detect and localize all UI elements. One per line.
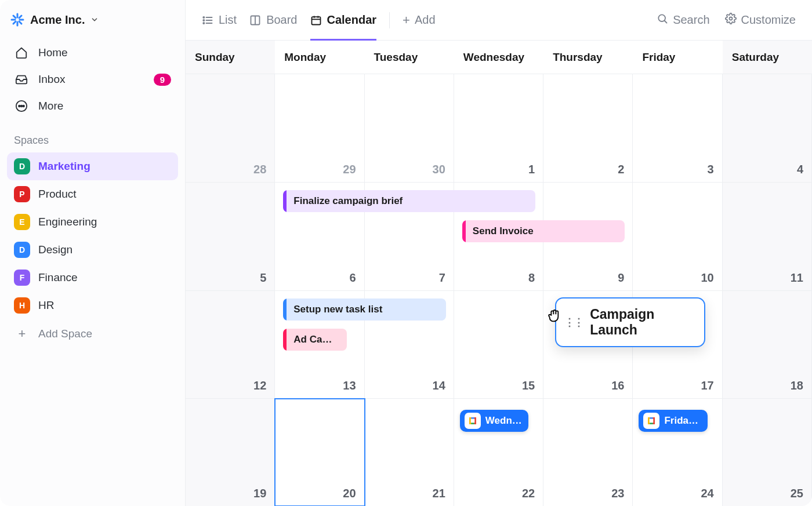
view-tab-list[interactable]: List	[202, 0, 237, 40]
calendar-row: 2829301234	[186, 74, 812, 182]
day-header: Monday	[275, 41, 364, 74]
event-label: Frida…	[664, 415, 698, 427]
calendar-cell[interactable]: 1	[454, 74, 543, 182]
day-header: Thursday	[543, 41, 633, 74]
day-number: 25	[791, 487, 803, 500]
day-number: 11	[791, 271, 803, 285]
customize-label: Customize	[741, 13, 796, 27]
day-number: 30	[433, 163, 445, 176]
view-tab-board[interactable]: Board	[249, 0, 297, 40]
calendar-row: 12131415161718	[186, 290, 812, 398]
space-label: Design	[38, 243, 72, 256]
day-number: 15	[522, 379, 535, 392]
customize-button[interactable]: Customize	[725, 13, 796, 27]
day-number: 17	[701, 379, 713, 392]
svg-point-9	[19, 105, 20, 107]
calendar-cell[interactable]: 2	[543, 74, 633, 182]
svg-point-12	[203, 16, 204, 17]
drag-grip-icon: ⋮⋮	[564, 316, 583, 329]
day-number: 21	[433, 487, 445, 500]
day-number: 10	[701, 271, 713, 285]
space-label: Product	[38, 188, 76, 201]
space-item-product[interactable]: PProduct	[7, 180, 178, 208]
calendar-cell[interactable]: 3	[633, 74, 722, 182]
event-label: Campaign Launch	[590, 307, 691, 338]
view-tab-calendar-label: Calendar	[327, 13, 377, 27]
more-icon	[14, 100, 29, 112]
google-calendar-icon	[465, 413, 481, 429]
grab-cursor-icon	[546, 307, 564, 329]
space-label: Finance	[38, 271, 78, 284]
calendar-cell[interactable]: 15	[454, 291, 543, 398]
nav-inbox[interactable]: Inbox 9	[7, 66, 178, 93]
day-number: 22	[522, 487, 535, 500]
day-header: Saturday	[723, 41, 812, 74]
view-tab-calendar[interactable]: Calendar	[310, 0, 377, 40]
svg-point-10	[21, 105, 23, 107]
calendar-event[interactable]: Ad Ca…	[283, 329, 346, 351]
day-number: 16	[611, 379, 624, 392]
calendar-event-gcal[interactable]: Wedn…	[460, 410, 528, 432]
svg-rect-32	[471, 418, 475, 423]
calendar-cell[interactable]: 18	[723, 291, 812, 398]
calendar-cell[interactable]: 5	[186, 183, 275, 290]
day-header: Friday	[633, 41, 722, 74]
add-view-button[interactable]: + Add	[403, 13, 435, 28]
list-icon	[202, 14, 213, 26]
day-number: 2	[618, 163, 624, 176]
calendar-cell[interactable]: 21	[365, 399, 454, 506]
calendar-icon	[310, 14, 322, 26]
day-number: 18	[791, 379, 803, 392]
search-button[interactable]: Search	[657, 13, 709, 27]
workspace-switcher[interactable]: Acme Inc.	[7, 6, 178, 39]
day-number: 24	[701, 487, 713, 500]
calendar-cell[interactable]: 23	[543, 399, 633, 506]
space-item-engineering[interactable]: EEngineering	[7, 208, 178, 236]
calendar-event[interactable]: Setup new task list	[283, 298, 446, 321]
space-item-hr[interactable]: HHR	[7, 292, 178, 319]
add-space-button[interactable]: + Add Space	[7, 319, 178, 348]
nav-more[interactable]: More	[7, 93, 178, 119]
day-number: 23	[611, 487, 624, 500]
spaces-section-label: Spaces	[7, 119, 178, 152]
calendar-cell[interactable]: 12	[186, 291, 275, 398]
space-item-design[interactable]: DDesign	[7, 236, 178, 264]
space-item-finance[interactable]: FFinance	[7, 264, 178, 292]
day-number: 5	[260, 271, 266, 285]
calendar-cell[interactable]: 4	[723, 74, 812, 182]
calendar-cell[interactable]: 28	[186, 74, 275, 182]
event-label: Setup new task list	[293, 304, 382, 315]
space-avatar: D	[14, 158, 30, 174]
calendar-cell[interactable]: 11	[723, 183, 812, 290]
day-number: 20	[343, 487, 356, 500]
calendar-event[interactable]: Finalize campaign brief	[283, 190, 535, 212]
search-icon	[657, 13, 668, 27]
nav-home-label: Home	[38, 46, 68, 59]
calendar-event[interactable]: Send Invoice	[462, 220, 625, 242]
day-header: Sunday	[186, 41, 275, 74]
nav-home[interactable]: Home	[7, 39, 178, 66]
plus-icon: +	[403, 13, 410, 28]
day-header: Wednesday	[454, 41, 543, 74]
space-label: HR	[38, 299, 54, 312]
calendar-event-gcal[interactable]: Frida…	[639, 410, 707, 432]
calendar-cell[interactable]: 30	[365, 74, 454, 182]
sidebar: Acme Inc. Home Inbox 9 More Spaces DMar	[0, 0, 186, 506]
calendar-cell[interactable]: 20	[275, 399, 364, 506]
space-avatar: P	[14, 186, 30, 202]
space-avatar: F	[14, 270, 30, 286]
calendar: SundayMondayTuesdayWednesdayThursdayFrid…	[186, 41, 812, 506]
svg-line-6	[13, 21, 16, 24]
home-icon	[14, 46, 29, 59]
space-avatar: H	[14, 297, 30, 314]
dragging-event-card[interactable]: ⋮⋮Campaign Launch	[555, 297, 705, 347]
toolbar: List Board Calendar + Add	[186, 0, 812, 41]
calendar-cell[interactable]: 19	[186, 399, 275, 506]
view-tab-list-label: List	[219, 13, 237, 27]
calendar-cell[interactable]: 10	[633, 183, 722, 290]
space-item-marketing[interactable]: DMarketing	[7, 152, 178, 180]
nav-more-label: More	[38, 100, 63, 112]
calendar-cell[interactable]: 29	[275, 74, 364, 182]
day-number: 12	[253, 379, 266, 392]
calendar-cell[interactable]: 25	[723, 399, 812, 506]
